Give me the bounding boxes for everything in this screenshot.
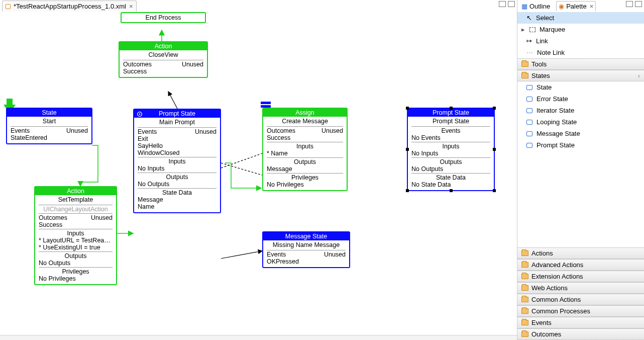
node-main-prompt[interactable]: Prompt State Main Prompt Events Unused E… [133, 109, 221, 213]
event-2: SayHello [134, 142, 220, 149]
selection-marker-icon [261, 105, 271, 108]
node-subtitle: Start [7, 117, 91, 126]
tool-marquee[interactable]: ▸ Marquee [517, 24, 644, 35]
diagram-canvas[interactable]: End Process Action CloseView Outcomes Un… [0, 12, 517, 335]
palette-tabbar: ▦ Outline ◉ Palette × [517, 0, 644, 12]
tab-palette[interactable]: ◉ Palette × [556, 1, 596, 11]
node-end-process[interactable]: End Process [121, 12, 206, 23]
palette-icon: ◉ [559, 3, 564, 10]
tab-outline[interactable]: ▦ Outline [519, 1, 552, 11]
unused-label: Unused [195, 128, 217, 135]
unused-label: Unused [91, 214, 113, 221]
outputs-value: No Outputs [408, 165, 494, 173]
node-message-state[interactable]: Message State Missing Name Message Event… [262, 231, 350, 268]
maximize-icon[interactable] [635, 1, 642, 7]
palette-pane: ▦ Outline ◉ Palette × ↖ Select ▸ Marquee… [517, 0, 644, 340]
tool-select[interactable]: ↖ Select [517, 12, 644, 24]
folder-icon [521, 308, 528, 314]
outputs-label: Outputs [263, 158, 347, 165]
outcome-value: Success [35, 221, 116, 228]
node-state-start[interactable]: State Start Events Unused StateEntered [6, 108, 92, 144]
statedata-1: Message [134, 196, 220, 203]
unused-label: Unused [182, 61, 203, 68]
drawer-actions[interactable]: Actions [517, 247, 644, 259]
folder-icon [521, 274, 528, 279]
tool-link[interactable]: ↦ Link [517, 35, 644, 47]
maximize-icon[interactable] [508, 1, 515, 7]
statedata-2: Name [134, 203, 220, 212]
outputs-label: Outputs [134, 174, 220, 181]
events-label: Events [408, 127, 494, 134]
privileges-value: No Privileges [263, 181, 347, 190]
inputs-label: Inputs [408, 143, 494, 150]
inputs-label: Inputs [134, 158, 220, 165]
folder-icon [521, 262, 528, 268]
events-label: Events [11, 127, 30, 134]
outcome-value: Success [120, 68, 207, 77]
drawer-web-actions[interactable]: Web Actions [517, 282, 644, 294]
drawer-advanced-actions[interactable]: Advanced Actions [517, 259, 644, 271]
node-title: State [7, 109, 91, 117]
state-icon [526, 85, 532, 90]
node-action-closeview[interactable]: Action CloseView Outcomes Unused Success [119, 41, 208, 78]
node-title: Action [35, 187, 116, 195]
state-icon [526, 131, 532, 136]
drawer-common-actions[interactable]: Common Actions [517, 294, 644, 305]
minimize-icon[interactable] [499, 1, 506, 7]
input-2: * UseExistingUI = true [35, 244, 116, 251]
node-assign-create-message[interactable]: Assign Create Message Outcomes Unused Su… [262, 108, 348, 191]
svg-point-7 [139, 114, 141, 115]
chevron-left-icon: ‹ [638, 72, 640, 79]
state-icon [526, 120, 532, 125]
folder-icon [521, 61, 528, 67]
palette-states-list: State Error State Iterator State Looping… [517, 81, 644, 247]
palette-item-state[interactable]: State [517, 81, 644, 93]
minimize-icon[interactable] [626, 1, 633, 7]
drawer-events[interactable]: Events [517, 317, 644, 328]
drawer-tools[interactable]: Tools [517, 58, 644, 70]
statedata-label: State Data [408, 174, 494, 181]
gear-icon [136, 111, 143, 118]
expand-icon: ▸ [521, 26, 525, 33]
drawer-common-processes[interactable]: Common Processes [517, 305, 644, 317]
unused-label: Unused [321, 127, 343, 134]
tool-notelink[interactable]: ⋯ Note Link [517, 47, 644, 58]
event-3: WindowClosed [134, 149, 220, 156]
state-icon [526, 108, 532, 113]
close-icon[interactable]: × [129, 3, 133, 10]
palette-item-looping-state[interactable]: Looping State [517, 116, 644, 128]
node-end-subtitle: End Process [122, 13, 205, 22]
node-subtitle: Prompt State [408, 117, 494, 126]
state-icon [526, 97, 532, 102]
node-subtitle: Main Prompt [134, 118, 220, 127]
node-prompt-state-new[interactable]: Prompt State Prompt State Events No Even… [407, 108, 495, 191]
folder-icon [521, 331, 528, 337]
impl-class: UIChangeLayoutAction [35, 206, 116, 213]
editor-tab-file[interactable]: *TestReactAppStartupProcess_1.0.xml × [2, 1, 137, 12]
horizontal-scrollbar[interactable] [0, 335, 517, 340]
folder-icon [521, 297, 528, 302]
outcomes-label: Outcomes [267, 127, 295, 134]
event-1: OKPressed [263, 258, 349, 267]
drawer-extension-actions[interactable]: Extension Actions [517, 271, 644, 282]
input-1: * LayoutURL = TestRea… [35, 237, 116, 244]
palette-item-message-state[interactable]: Message State [517, 128, 644, 139]
outputs-value: No Outputs [35, 260, 116, 267]
palette-item-iterator-state[interactable]: Iterator State [517, 105, 644, 116]
outcomes-label: Outcomes [39, 214, 67, 221]
palette-tools-section: ↖ Select ▸ Marquee ↦ Link ⋯ Note Link [517, 12, 644, 58]
folder-icon [521, 73, 528, 78]
editor-pane: *TestReactAppStartupProcess_1.0.xml × [0, 0, 517, 340]
privileges-label: Privileges [35, 268, 116, 275]
palette-item-prompt-state[interactable]: Prompt State [517, 139, 644, 151]
palette-item-error-state[interactable]: Error State [517, 93, 644, 105]
svg-line-4 [221, 153, 264, 168]
drawer-states[interactable]: States ‹ [517, 70, 644, 81]
node-subtitle: Missing Name Message [263, 240, 349, 249]
drawer-outcomes[interactable]: Outcomes [517, 328, 644, 340]
close-icon[interactable]: × [590, 3, 594, 10]
node-action-settemplate[interactable]: Action SetTemplate UIChangeLayoutAction … [34, 186, 117, 285]
outputs-value: No Outputs [134, 181, 220, 188]
unused-label: Unused [66, 127, 88, 134]
outputs-label: Outputs [408, 158, 494, 165]
